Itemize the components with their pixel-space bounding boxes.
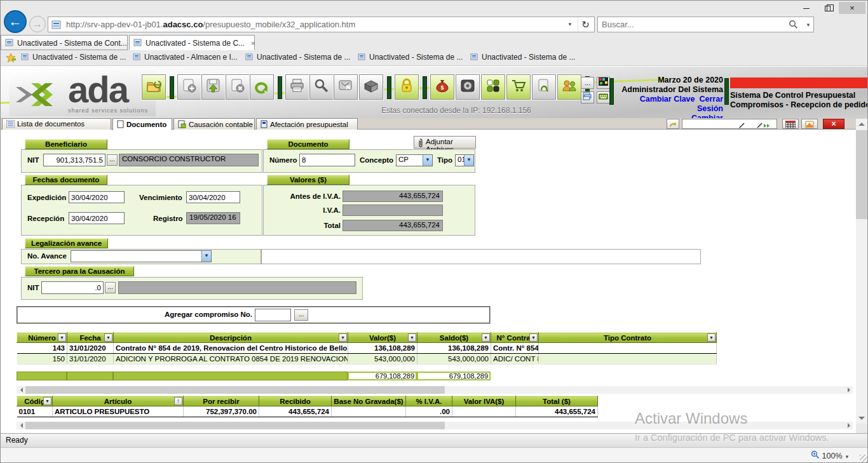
cell-base[interactable]	[332, 406, 406, 417]
safe-button[interactable]	[456, 74, 480, 100]
cell-tipo[interactable]	[539, 354, 717, 365]
cell-saldo[interactable]: 136,108,289	[417, 343, 491, 354]
scroll-right-icon[interactable]	[844, 422, 853, 429]
adjuntar-archivos-button[interactable]: Adjuntar Archivos	[414, 136, 476, 149]
address-bar[interactable]: http://srv-app-dev-01-jb01.adacsc.co/pre…	[48, 17, 595, 32]
col-codigo[interactable]: Códig▼	[17, 396, 53, 406]
tercero-nit-input[interactable]	[41, 281, 104, 294]
col-articulo[interactable]: Artículo↑	[53, 396, 184, 406]
filter-dropdown-icon[interactable]: ▼	[58, 333, 66, 342]
col-recibido[interactable]: Recibido	[259, 396, 332, 406]
cell-valor[interactable]: 543,000,000	[348, 354, 417, 365]
filter-dropdown-icon[interactable]: ▼	[482, 333, 490, 342]
table-row[interactable]: 0101 ARTICULO PRESUPUESTO 752,397,370.00…	[17, 406, 598, 417]
nit-browse-button[interactable]: ...	[107, 154, 118, 166]
col-base-no-gravada[interactable]: Base No Gravada($)	[332, 396, 406, 406]
cell-total[interactable]: 443,655,724	[516, 406, 598, 417]
agregar-browse-button[interactable]: ...	[294, 309, 308, 321]
cell-fecha[interactable]: 31/01/2020	[67, 343, 114, 354]
url-dropdown-icon[interactable]: ▼	[564, 17, 576, 32]
calculator-button[interactable]	[782, 119, 799, 129]
back-button[interactable]: ←	[4, 10, 27, 33]
col-numero[interactable]: Número▼	[17, 333, 67, 343]
zoom-control[interactable]: 100% ▼	[811, 450, 850, 460]
tab-documento[interactable]: Documento	[112, 118, 172, 130]
scroll-left-icon[interactable]	[17, 386, 25, 394]
scroll-left-icon[interactable]	[17, 422, 25, 429]
concepto-select[interactable]: CP▼	[396, 154, 433, 166]
chevron-down-icon[interactable]: ▼	[201, 251, 211, 262]
cell-fecha[interactable]: 31/01/2020	[67, 354, 114, 365]
cell-contrato[interactable]: ADIC/ CONT 854	[491, 354, 539, 365]
cell-valor-iva[interactable]	[452, 406, 516, 417]
search-icon[interactable]	[789, 20, 798, 32]
col-por-recibir[interactable]: Por recibir	[184, 396, 259, 406]
tab-afectacion-presupuestal[interactable]: Afectación presupuestal	[256, 118, 358, 130]
cell-pct-iva[interactable]: .00	[406, 406, 452, 417]
scroll-thumb[interactable]	[25, 386, 445, 394]
articulos-hscrollbar[interactable]	[17, 422, 853, 429]
scroll-up-icon[interactable]	[856, 119, 867, 129]
vencimiento-input[interactable]	[186, 191, 240, 203]
undo-button[interactable]	[250, 74, 274, 100]
search-box[interactable]: ▼	[597, 17, 814, 32]
col-contrato[interactable]: N° Contrat▼	[491, 333, 539, 343]
cell-saldo[interactable]: 543,000,000	[417, 354, 491, 365]
scroll-down-icon[interactable]	[856, 413, 867, 424]
more-button[interactable]: ...	[581, 77, 594, 89]
money-button[interactable]: $	[430, 74, 454, 100]
cart-button[interactable]	[506, 74, 531, 100]
open-button[interactable]	[142, 74, 166, 100]
cell-numero[interactable]: 143	[17, 343, 67, 354]
keyboard-button[interactable]	[597, 91, 610, 104]
cell-valor[interactable]: 136,108,289	[348, 343, 417, 354]
search-input[interactable]	[602, 18, 767, 30]
tab-causacion-contable[interactable]: Causación contable	[173, 118, 255, 130]
cell-articulo[interactable]: ARTICULO PRESUPUESTO	[53, 406, 184, 417]
filter-dropdown-icon[interactable]: ▼	[104, 333, 112, 342]
agregar-compromiso-input[interactable]	[255, 309, 291, 321]
tercero-browse-button[interactable]: ...	[105, 282, 116, 293]
cell-recibido[interactable]: 443,655,724	[259, 406, 332, 417]
col-pct-iva[interactable]: % I.V.A.	[406, 396, 452, 406]
forward-button[interactable]: →	[29, 16, 46, 32]
chevron-down-icon[interactable]: ▼	[423, 155, 432, 166]
export-page-button[interactable]	[801, 119, 818, 129]
tipo-select[interactable]: 01▼	[455, 154, 474, 166]
tab-lista-de-documentos[interactable]: Lista de documentos	[2, 118, 111, 130]
mosaic-button[interactable]	[597, 77, 610, 89]
close-form-button[interactable]: ×	[823, 119, 844, 129]
resize-grip[interactable]	[860, 455, 867, 462]
filter-dropdown-icon[interactable]: ▼	[339, 333, 347, 342]
cell-numero[interactable]: 150	[17, 354, 67, 365]
search-dropdown-icon[interactable]: ▼	[806, 18, 811, 32]
export-button[interactable]	[334, 74, 358, 100]
quick-action-button[interactable]	[667, 119, 679, 129]
cell-por-recibir[interactable]: 752,397,370.00	[184, 406, 259, 417]
cambiar-clave-link[interactable]: Cambiar Clave	[640, 95, 695, 104]
numero-input[interactable]	[299, 154, 355, 166]
cell-descripcion[interactable]: ADICION Y PRORROGA AL CONTRATO 0854 DE 2…	[114, 354, 348, 365]
no-avance-select[interactable]: ▼	[71, 250, 212, 262]
col-fecha[interactable]: Fecha▼	[67, 333, 114, 343]
favorite-item[interactable]: Unactivated - Sistema de ...	[358, 53, 463, 63]
apps-button[interactable]	[481, 74, 505, 100]
browser-tab-2-active[interactable]: Unactivated - Sistema de C...×	[129, 35, 255, 50]
filter-dropdown-icon[interactable]: ▼	[408, 333, 416, 342]
col-tipo-contrato[interactable]: Tipo Contrato▼	[539, 333, 717, 343]
filter-dropdown-icon[interactable]: ▼	[43, 397, 51, 405]
cell-contrato[interactable]: Contr. N° 854/1	[491, 343, 539, 354]
windows-button[interactable]	[581, 91, 594, 104]
content-vscrollbar[interactable]	[856, 119, 867, 424]
restore-button[interactable]	[818, 2, 837, 14]
sort-icon[interactable]: ↑	[174, 397, 182, 405]
cell-codigo[interactable]: 0101	[17, 406, 53, 417]
favorite-item[interactable]: Unactivated - Sistema de ...	[245, 53, 350, 63]
favorite-item[interactable]: Unactivated - Sistema de ...	[470, 53, 575, 63]
tab-close-icon[interactable]: ×	[251, 39, 255, 47]
minimize-button[interactable]	[797, 2, 816, 14]
quick-search-input[interactable]	[682, 119, 777, 129]
table-row[interactable]: 143 31/01/2020 Contrato N° 854 de 2019, …	[17, 343, 717, 354]
expedicion-input[interactable]	[69, 191, 125, 203]
col-total[interactable]: Total ($)	[516, 396, 598, 406]
